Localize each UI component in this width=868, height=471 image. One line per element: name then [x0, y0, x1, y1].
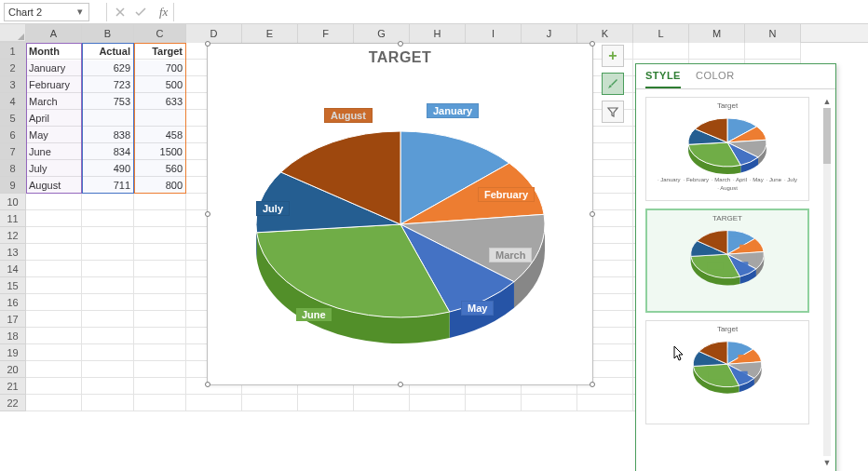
cell[interactable]: [26, 361, 82, 378]
chart-handle[interactable]: [590, 382, 595, 387]
row-head[interactable]: 1: [0, 43, 26, 60]
scroll-up-icon[interactable]: ▲: [821, 95, 834, 108]
cell[interactable]: 1500: [134, 143, 186, 160]
cell[interactable]: 834: [82, 143, 134, 160]
name-box-dropdown-icon[interactable]: ▾: [75, 6, 85, 18]
cell[interactable]: Month: [26, 43, 82, 60]
cell[interactable]: [522, 395, 577, 411]
cell[interactable]: [134, 294, 186, 311]
col-head-L[interactable]: L: [633, 24, 689, 43]
cell[interactable]: 700: [134, 60, 186, 76]
chart-filters-button[interactable]: [602, 101, 624, 123]
row-head[interactable]: 11: [0, 210, 26, 227]
row-head[interactable]: 21: [0, 378, 26, 395]
cell[interactable]: [689, 43, 745, 60]
cell[interactable]: [134, 227, 186, 244]
row-head[interactable]: 4: [0, 93, 26, 110]
slice-label-january[interactable]: January: [427, 103, 479, 118]
cell[interactable]: [134, 361, 186, 378]
cell[interactable]: [26, 277, 82, 294]
row-head[interactable]: 7: [0, 143, 26, 160]
col-head-I[interactable]: I: [466, 24, 522, 43]
cell[interactable]: [577, 395, 633, 411]
cell[interactable]: 560: [134, 160, 186, 177]
name-box[interactable]: Chart 2 ▾: [4, 3, 89, 21]
cell[interactable]: 838: [82, 127, 134, 143]
cell[interactable]: March: [26, 93, 82, 110]
cell[interactable]: [633, 43, 689, 60]
cell[interactable]: 633: [134, 93, 186, 110]
fx-icon[interactable]: fx: [154, 5, 168, 20]
chart-title[interactable]: TARGET: [208, 44, 592, 66]
row-head[interactable]: 13: [0, 244, 26, 261]
cell[interactable]: [82, 110, 134, 127]
cell[interactable]: [134, 244, 186, 261]
cell[interactable]: [82, 395, 134, 411]
row-head[interactable]: 8: [0, 160, 26, 177]
col-head-E[interactable]: E: [242, 24, 298, 43]
scroll-down-icon[interactable]: ▼: [821, 456, 834, 469]
scrollbar-thumb[interactable]: [823, 108, 831, 164]
cell[interactable]: [82, 277, 134, 294]
slice-label-march[interactable]: March: [489, 248, 532, 262]
cell[interactable]: 500: [134, 76, 186, 93]
row-head[interactable]: 10: [0, 194, 26, 210]
cell[interactable]: [134, 328, 186, 344]
cell[interactable]: [82, 210, 134, 227]
cell[interactable]: [26, 311, 82, 328]
gallery-scrollbar[interactable]: ▲ ▼: [821, 95, 834, 469]
row-head[interactable]: 6: [0, 127, 26, 143]
cell[interactable]: 723: [82, 76, 134, 93]
cell[interactable]: [82, 227, 134, 244]
col-head-J[interactable]: J: [522, 24, 577, 43]
cell[interactable]: [82, 194, 134, 210]
cell[interactable]: [134, 344, 186, 361]
cell[interactable]: June: [26, 143, 82, 160]
slice-label-july[interactable]: July: [256, 201, 290, 216]
cell[interactable]: [82, 261, 134, 277]
cell[interactable]: [26, 194, 82, 210]
cell[interactable]: January: [26, 60, 82, 76]
cancel-icon[interactable]: [113, 5, 128, 20]
col-head-K[interactable]: K: [577, 24, 633, 43]
col-head-F[interactable]: F: [298, 24, 354, 43]
style-thumb-1[interactable]: Target · January· February· March· April…: [645, 97, 809, 201]
cell[interactable]: [26, 210, 82, 227]
cell[interactable]: April: [26, 110, 82, 127]
cell[interactable]: 800: [134, 177, 186, 194]
cell[interactable]: August: [26, 177, 82, 194]
chart-elements-button[interactable]: +: [602, 45, 624, 67]
cell[interactable]: [82, 344, 134, 361]
col-head-H[interactable]: H: [410, 24, 466, 43]
select-all-corner[interactable]: [0, 24, 26, 42]
cell[interactable]: [298, 395, 354, 411]
cell[interactable]: [410, 395, 466, 411]
row-head[interactable]: 9: [0, 177, 26, 194]
tab-style[interactable]: STYLE: [645, 70, 681, 88]
cell[interactable]: [26, 244, 82, 261]
cell[interactable]: [466, 395, 522, 411]
cell[interactable]: 753: [82, 93, 134, 110]
cell[interactable]: [745, 43, 801, 60]
tab-color[interactable]: COLOR: [696, 70, 735, 88]
col-head-N[interactable]: N: [745, 24, 801, 43]
cell[interactable]: [134, 194, 186, 210]
col-head-M[interactable]: M: [689, 24, 745, 43]
chart-handle[interactable]: [398, 382, 403, 387]
cell[interactable]: [26, 261, 82, 277]
cell[interactable]: [354, 395, 410, 411]
chart-styles-button[interactable]: [602, 73, 624, 95]
pie-chart[interactable]: January February March May June July Aug…: [208, 66, 592, 379]
cell[interactable]: [82, 294, 134, 311]
row-head[interactable]: 14: [0, 261, 26, 277]
cell[interactable]: [82, 328, 134, 344]
chart-handle[interactable]: [590, 41, 595, 47]
cell[interactable]: 458: [134, 127, 186, 143]
cell[interactable]: [134, 311, 186, 328]
cell[interactable]: February: [26, 76, 82, 93]
cell[interactable]: [26, 378, 82, 395]
row-head[interactable]: 3: [0, 76, 26, 93]
row-head[interactable]: 2: [0, 60, 26, 76]
row-head[interactable]: 17: [0, 311, 26, 328]
cell[interactable]: [134, 210, 186, 227]
